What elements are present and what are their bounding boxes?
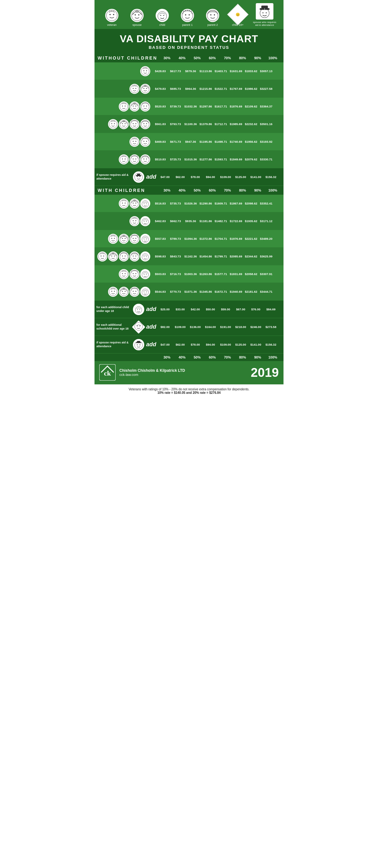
row-values-wc-4: $469.83$671.73$947.36$1195.86$1498.71$17… [153, 139, 284, 144]
svg-point-101 [114, 238, 115, 239]
svg-point-151 [137, 309, 138, 310]
row-icon-parent1 [129, 269, 139, 279]
svg-point-41 [122, 105, 123, 106]
val-cell: $935.36 [183, 219, 198, 223]
val-cell: $3501.16 [259, 122, 274, 126]
svg-point-109 [142, 236, 149, 243]
val-cell: $1003.36 [183, 272, 198, 276]
svg-point-91 [144, 203, 144, 204]
row-icon-veteran [108, 119, 118, 129]
with-children-add-rows: for each additional child under age 18ad… [94, 301, 284, 353]
pct-80: 80% [235, 56, 250, 60]
val-cell: $3330.71 [259, 157, 274, 162]
row-icon-parent2 [140, 119, 150, 129]
with-children-header: WITH CHILDREN 30% 40% 50% 60% 70% 80% 90… [94, 186, 284, 195]
val-cell: $735.73 [168, 201, 183, 206]
val-cell: $1345.86 [198, 289, 213, 294]
val-cell: $1631.69 [228, 69, 244, 73]
val-cell: $50.00 [203, 307, 218, 312]
row-icons-wchild-3 [94, 250, 153, 263]
val-cell: $1181.86 [198, 219, 213, 223]
row-values-wchild-2: $557.83$789.73$1094.36$1372.86$1704.71$1… [153, 236, 284, 241]
val-cell: $1026.36 [183, 201, 198, 206]
val-cell: $78.00 [188, 342, 203, 347]
row-icon-child [133, 304, 144, 315]
svg-point-34 [133, 88, 133, 89]
val-cell: $2232.62 [244, 122, 259, 126]
pct-70: 70% [220, 56, 235, 60]
svg-point-31 [143, 70, 144, 71]
svg-point-35 [135, 88, 136, 89]
firm-url: cck-law.com [119, 373, 247, 376]
val-cell: $125.00 [233, 342, 248, 347]
svg-point-58 [133, 123, 133, 124]
row-values-wchild-1: $462.83$662.73$935.36$1181.86$1482.71$17… [153, 219, 284, 223]
val-cell: $1849.69 [228, 157, 244, 162]
wchild-row-3: $598.83$843.73$1162.36$1454.86$1799.71$2… [94, 248, 284, 265]
svg-point-2 [113, 14, 114, 15]
val-cell: $1799.71 [213, 254, 228, 259]
svg-point-124 [135, 255, 136, 256]
val-cell: $76.00 [248, 307, 263, 312]
svg-point-63 [130, 138, 138, 146]
row-icon-veteran [129, 216, 139, 226]
val-cell: $1940.69 [228, 289, 244, 294]
val-cell: $1722.69 [228, 219, 244, 223]
row-icon-parent1 [129, 287, 139, 297]
firm-logo: ck [99, 364, 116, 381]
svg-point-152 [139, 309, 140, 310]
add-row-icon-2 [132, 339, 145, 350]
row-icon-spouse [119, 119, 129, 129]
val-cell: $2181.62 [244, 289, 259, 294]
footer-pct-row: 30% 40% 50% 60% 70% 80% 90% 100% [94, 353, 284, 361]
val-cell: $1740.69 [228, 139, 244, 144]
val-cell: $1277.86 [198, 157, 213, 162]
row-icons-wc-4 [94, 135, 153, 148]
svg-point-79 [137, 176, 138, 177]
val-cell: $1833.62 [244, 69, 259, 73]
svg-point-69 [120, 155, 128, 163]
add-word-1: add [145, 323, 158, 330]
val-cell: $1577.71 [213, 272, 228, 276]
sub-title: BASED ON DEPENDENT STATUS [98, 45, 280, 50]
add-row-icon-wc [132, 172, 145, 183]
row-icon-parent2 [140, 154, 150, 164]
row-icon-spouse [119, 234, 129, 244]
disclaimer-line1: Veterans with ratings of 10% - 20% do no… [101, 388, 277, 391]
val-cell: $1094.36 [183, 236, 198, 241]
add-word-2: add [145, 341, 158, 348]
svg-point-96 [142, 218, 149, 225]
icon-spouse: spouse [126, 9, 148, 27]
val-cell: $3307.91 [259, 272, 274, 276]
svg-point-74 [135, 158, 136, 159]
val-cell: $662.73 [168, 219, 183, 223]
row-values-wc-1: $479.83$685.73$964.36$1215.86$1522.71$17… [153, 86, 284, 91]
svg-point-55 [125, 123, 126, 124]
svg-point-108 [135, 238, 136, 239]
val-cell: $246.00 [248, 324, 263, 329]
val-cell: $479.83 [153, 86, 168, 91]
row-icon-child [140, 269, 150, 279]
val-cell: $1767.69 [228, 86, 244, 91]
svg-point-23 [214, 14, 215, 16]
svg-point-135 [144, 274, 144, 274]
val-cell: $2058.62 [244, 272, 259, 276]
val-cell: $469.83 [153, 139, 168, 144]
wc-row-1: $479.83$685.73$964.36$1215.86$1522.71$17… [94, 80, 284, 98]
add-row-wchild-2: if spouse requires aid & attendanceadd$4… [94, 336, 284, 353]
val-cell: $33.00 [172, 307, 188, 312]
row-icon-parent2 [129, 251, 139, 261]
svg-point-51 [111, 123, 112, 124]
val-cell: $3171.12 [259, 219, 274, 223]
val-cell: $109.00 [172, 324, 188, 329]
svg-point-113 [100, 255, 101, 256]
svg-point-153 [134, 322, 143, 330]
svg-point-103 [122, 238, 123, 239]
add-row-label-wc: if spouse requires aid & attendance [94, 172, 132, 182]
val-cell: $141.00 [248, 342, 263, 347]
val-cell: $947.36 [183, 139, 198, 144]
main-title: VA DISABILITY PAY CHART [98, 33, 280, 44]
wchild-row-2: $557.83$789.73$1094.36$1372.86$1704.71$1… [94, 230, 284, 248]
val-cell: $1712.71 [213, 122, 228, 126]
val-cell: $544.83 [153, 289, 168, 294]
